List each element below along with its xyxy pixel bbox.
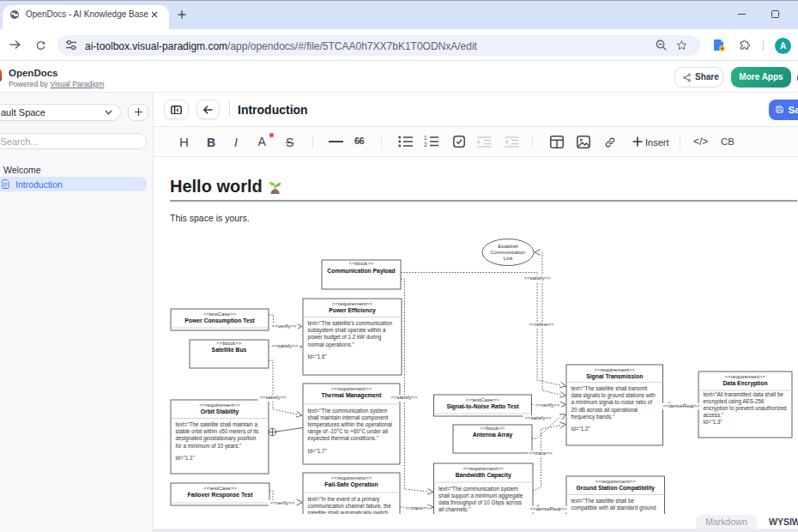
svg-text:Communication Payload: Communication Payload [327, 268, 395, 275]
svg-text:<<requirement>>: <<requirement>> [595, 366, 636, 372]
svg-text:Power Consumption Test: Power Consumption Test [184, 317, 255, 324]
svg-text:Signal Transmission: Signal Transmission [586, 373, 643, 380]
svg-text:<<satisfy>>: <<satisfy>> [390, 395, 418, 400]
svg-text:Communication: Communication [491, 250, 525, 255]
svg-text:encrypted using AES-256: encrypted using AES-256 [704, 398, 765, 405]
svg-text:Antenna Array: Antenna Array [473, 432, 513, 438]
svg-text:text="In the event of a primar: text="In the event of a primary [308, 496, 381, 503]
svg-text:<<requirement>>: <<requirement>> [725, 373, 766, 379]
svg-text:<<requirement>>: <<requirement>> [331, 385, 372, 391]
svg-text:shall support a minimum aggreg: shall support a minimum aggregate [438, 493, 523, 499]
svg-text:compatible with all standard g: compatible with all standard ground [571, 505, 657, 511]
svg-text:2: 2 [424, 142, 427, 148]
svg-text:<<block>>: <<block>> [349, 260, 374, 266]
svg-text:expected thermal conditions.": expected thermal conditions." [308, 435, 378, 442]
svg-text:Fail-Safe Operation: Fail-Safe Operation [324, 481, 378, 488]
svg-text:<<requirement>>: <<requirement>> [331, 475, 372, 481]
svg-text:access.": access." [704, 412, 724, 418]
svg-text:text="The satellite shall be: text="The satellite shall be [571, 498, 635, 504]
svg-text:<<deriveReqt>>: <<deriveReqt>> [529, 506, 567, 511]
svg-text:<<requirement>>: <<requirement>> [463, 465, 505, 471]
svg-text:<<verify>>: <<verify>> [272, 323, 297, 329]
svg-text:Ground Station Compatibility: Ground Station Compatibility [576, 485, 655, 492]
svg-text:Power Efficiency: Power Efficiency [329, 307, 376, 314]
svg-text:text="The satellite's communic: text="The satellite's communication [308, 320, 393, 326]
svg-text:stable orbit within ±50 meters: stable orbit within ±50 meters of its [176, 428, 259, 434]
svg-text:1: 1 [424, 135, 427, 141]
svg-text:frequency bands.": frequency bands." [571, 414, 615, 420]
svg-text:designated geostationary posit: designated geostationary position [176, 435, 257, 442]
svg-text:Id="1.7": Id="1.7" [308, 448, 327, 454]
svg-text:<<satisfy>>: <<satisfy>> [523, 275, 551, 281]
svg-text:all channels.": all channels." [438, 506, 470, 512]
svg-text:Id="1.2": Id="1.2" [571, 426, 590, 432]
svg-text:<<requirement>>: <<requirement>> [595, 478, 637, 484]
svg-text:<<block>>: <<block>> [217, 340, 242, 346]
svg-text:temperatures within the operat: temperatures within the operational [308, 421, 392, 428]
svg-text:subsystem shall operate within: subsystem shall operate within a [308, 327, 386, 334]
svg-text:Signal-to-Noise Ratio Test: Signal-to-Noise Ratio Test [446, 403, 519, 410]
svg-text:power budget of 1.2 kW during: power budget of 1.2 kW during [308, 334, 382, 341]
svg-text:<<testCase>>: <<testCase>> [466, 396, 499, 402]
svg-text:<<satisfy>>: <<satisfy>> [259, 395, 287, 400]
svg-text:Failover Response Test: Failover Response Test [188, 492, 254, 499]
svg-text:<<requirement>>: <<requirement>> [332, 300, 373, 306]
svg-text:normal operations.": normal operations." [308, 342, 354, 348]
svg-text:Data Encryption: Data Encryption [722, 380, 767, 387]
svg-text:text="All transmitted data sha: text="All transmitted data shall be [704, 391, 784, 397]
svg-text:Id="1.6": Id="1.6" [308, 354, 327, 360]
svg-text:<<trace>>: <<trace>> [529, 450, 553, 456]
svg-text:Link: Link [504, 256, 513, 261]
svg-text:data signals to ground station: data signals to ground stations with [571, 392, 656, 399]
svg-text:<<testCase>>: <<testCase>> [203, 311, 237, 317]
svg-text:communication channel failure,: communication channel failure, the [308, 503, 392, 509]
svg-text:text="The communication system: text="The communication system [438, 486, 518, 493]
svg-text:20 dB across all operational: 20 dB across all operational [571, 407, 638, 414]
svg-text:<<deriveReqt>>: <<deriveReqt>> [662, 403, 700, 408]
svg-text:<<satisfy>>: <<satisfy>> [524, 415, 552, 420]
svg-text:Satellite Bus: Satellite Bus [212, 347, 247, 353]
svg-text:shall maintain internal compon: shall maintain internal component [308, 414, 389, 421]
svg-text:range of -10°C to +60°C under: range of -10°C to +60°C under all [308, 428, 388, 435]
svg-text:text="The communication system: text="The communication system [308, 408, 388, 414]
svg-text:for a minimum of 10 years.": for a minimum of 10 years." [176, 443, 242, 450]
svg-text:<<refine>>: <<refine>> [529, 322, 554, 327]
svg-text:<<testCase>>: <<testCase>> [203, 485, 237, 491]
svg-text:a minimum signal-to-noise rati: a minimum signal-to-noise ratio of [571, 399, 653, 406]
svg-text:data throughput of 10 Gbps acr: data throughput of 10 Gbps across [438, 499, 522, 506]
svg-text:Thermal Management: Thermal Management [322, 392, 383, 399]
svg-text:text="The satellite shall tran: text="The satellite shall transmit [571, 385, 648, 391]
svg-text:<<satisfy>>: <<satisfy>> [271, 343, 299, 348]
svg-text:Id="1.3": Id="1.3" [704, 419, 722, 425]
svg-text:Establish: Establish [498, 244, 518, 249]
svg-text:encryption to prevent unauthor: encryption to prevent unauthorized [704, 405, 787, 412]
svg-text:Id="1.1": Id="1.1" [176, 455, 195, 461]
svg-text:text="The satellite shall main: text="The satellite shall maintain a [176, 421, 258, 427]
svg-text:Orbit Stability: Orbit Stability [201, 408, 239, 415]
svg-text:<<block>>: <<block>> [481, 425, 505, 431]
svg-text:<<requirement>>: <<requirement>> [199, 402, 240, 408]
svg-text:<<trace>>: <<trace>> [405, 505, 429, 511]
svg-text:Bandwidth Capacity: Bandwidth Capacity [456, 472, 511, 479]
svg-text:<<verify>>: <<verify>> [535, 402, 560, 408]
svg-text:<<verify>>: <<verify>> [270, 500, 295, 505]
